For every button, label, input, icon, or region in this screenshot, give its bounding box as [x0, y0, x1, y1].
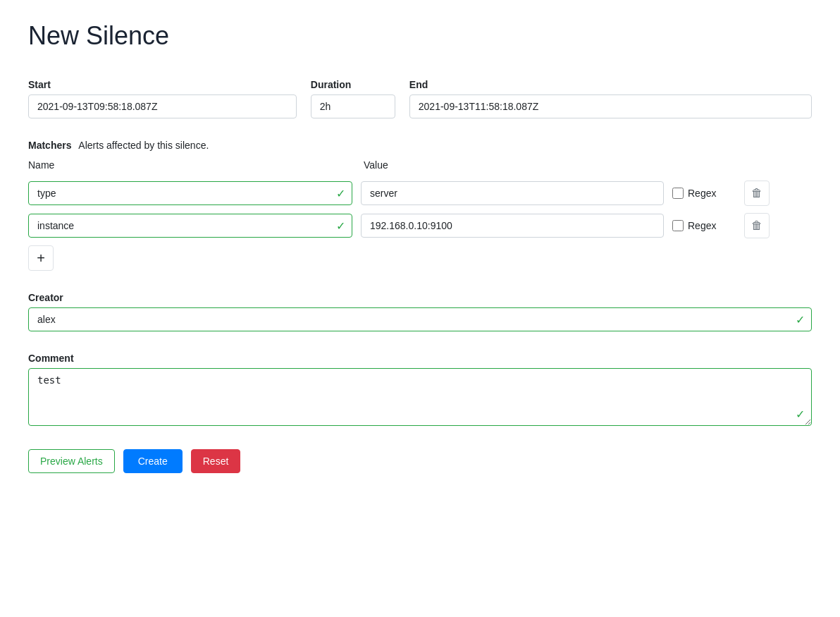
creator-valid-icon: ✓: [796, 313, 805, 326]
matcher-row-1: ✓ Regex 🗑: [28, 181, 812, 206]
add-matcher-button[interactable]: +: [28, 245, 54, 271]
trash-icon-2: 🗑: [751, 219, 762, 232]
action-buttons: Preview Alerts Create Reset: [28, 449, 812, 473]
creator-label: Creator: [28, 292, 812, 303]
preview-alerts-button[interactable]: Preview Alerts: [28, 449, 115, 473]
create-button[interactable]: Create: [123, 449, 183, 473]
matcher-value-input-2[interactable]: [361, 214, 664, 238]
name-valid-icon-2: ✓: [336, 219, 345, 233]
delete-matcher-button-1[interactable]: 🗑: [744, 181, 770, 206]
name-column-header: Name: [28, 159, 352, 171]
duration-input[interactable]: [311, 94, 395, 118]
end-label: End: [409, 79, 812, 90]
comment-valid-icon: ✓: [796, 408, 805, 421]
end-input[interactable]: [409, 94, 812, 118]
page-title: New Silence: [28, 21, 812, 51]
regex-checkbox-2[interactable]: [672, 220, 684, 231]
comment-textarea[interactable]: test: [28, 368, 812, 426]
value-column-header: Value: [364, 159, 667, 171]
start-label: Start: [28, 79, 297, 90]
regex-checkbox-1[interactable]: [672, 188, 684, 199]
plus-icon: +: [37, 250, 45, 267]
matcher-value-input-1[interactable]: [361, 181, 664, 205]
matcher-name-input-1[interactable]: [28, 181, 352, 205]
delete-matcher-button-2[interactable]: 🗑: [744, 213, 770, 238]
matcher-row-2: ✓ Regex 🗑: [28, 213, 812, 238]
start-input[interactable]: [28, 94, 297, 118]
comment-label: Comment: [28, 353, 812, 364]
duration-label: Duration: [311, 79, 395, 90]
creator-input[interactable]: [28, 307, 812, 331]
trash-icon-1: 🗑: [751, 187, 762, 200]
matchers-label: Matchers: [28, 140, 71, 151]
regex-label-1[interactable]: Regex: [688, 188, 716, 199]
name-valid-icon-1: ✓: [336, 187, 345, 200]
matcher-name-input-2[interactable]: [28, 214, 352, 238]
reset-button[interactable]: Reset: [191, 449, 241, 473]
matchers-description: Alerts affected by this silence.: [78, 140, 209, 151]
regex-label-2[interactable]: Regex: [688, 220, 716, 231]
